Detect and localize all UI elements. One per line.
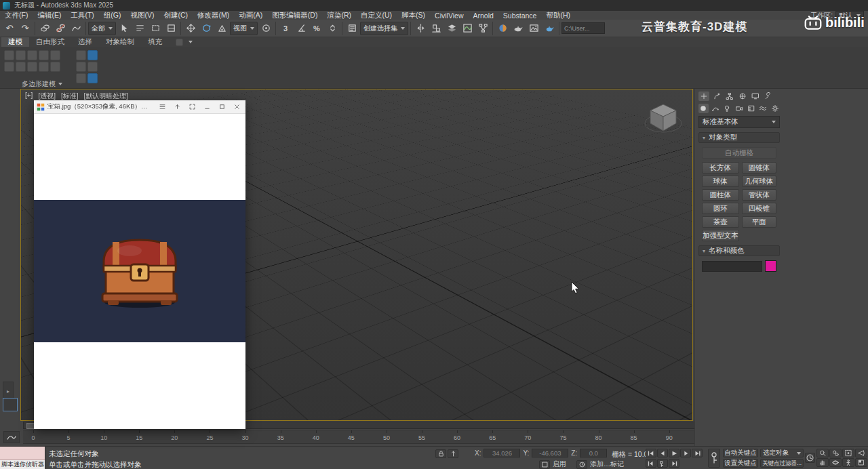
window-crossing-icon[interactable] — [163, 21, 178, 36]
menu-graph-editors[interactable]: 图形编辑器(D) — [267, 11, 322, 20]
polygon-modeling-icon-grid[interactable] — [4, 50, 60, 72]
menu-arnold[interactable]: Arnold — [468, 12, 498, 20]
material-editor-icon[interactable] — [495, 21, 510, 36]
select-scale-icon[interactable] — [214, 21, 229, 36]
menu-help[interactable]: 帮助(H) — [541, 11, 575, 20]
render-production-icon[interactable] — [542, 21, 557, 36]
pyramid-button[interactable]: 四棱锥 — [742, 203, 777, 214]
viewport-menu-standard[interactable]: [标准] — [61, 91, 79, 101]
play-animation-icon[interactable] — [669, 449, 679, 457]
z-coordinate-field[interactable]: 0.0 — [580, 449, 607, 457]
viewport-menu-general[interactable]: [+] — [25, 91, 33, 101]
ribbon-minimize-icon[interactable] — [189, 41, 193, 43]
ribbon-tab-populate[interactable]: 填充 — [141, 37, 169, 47]
mini-curve-editor-button[interactable] — [3, 431, 20, 443]
selection-region-icon[interactable] — [148, 21, 163, 36]
reference-coordsys-dropdown[interactable]: 视图 — [230, 22, 258, 35]
select-move-icon[interactable] — [183, 21, 198, 36]
maximize-viewport-icon[interactable] — [855, 458, 867, 467]
torus-button[interactable]: 圆环 — [702, 203, 739, 214]
select-rotate-icon[interactable] — [199, 21, 214, 36]
object-type-rollout[interactable]: ▾ 对象类型 — [698, 132, 780, 143]
set-keys-button[interactable] — [708, 449, 720, 468]
viewer-close-icon[interactable] — [231, 102, 243, 113]
ribbon-tab-freeform[interactable]: 自由形式 — [29, 37, 71, 47]
menu-animation[interactable]: 动画(A) — [234, 11, 267, 20]
cameras-category-icon[interactable] — [734, 104, 745, 113]
schematic-view-icon[interactable] — [475, 21, 490, 36]
shapes-category-icon[interactable] — [711, 104, 721, 113]
viewport-layout-tab[interactable] — [3, 398, 18, 411]
project-path-field[interactable]: C:\User... — [561, 22, 605, 34]
tube-button[interactable]: 管状体 — [742, 189, 777, 201]
select-by-name-icon[interactable] — [132, 21, 147, 36]
hierarchy-tab-icon[interactable] — [724, 91, 735, 101]
absolute-mode-icon[interactable] — [448, 449, 458, 458]
menu-rendering[interactable]: 渲染(R) — [322, 11, 356, 20]
motion-tab-icon[interactable] — [737, 91, 748, 101]
zoom-icon[interactable] — [816, 449, 829, 457]
angle-snap-icon[interactable] — [294, 21, 309, 36]
orbit-icon[interactable] — [829, 458, 842, 467]
viewer-open-icon[interactable] — [171, 102, 183, 113]
menu-substance[interactable]: Substance — [498, 12, 542, 20]
create-tab-icon[interactable] — [698, 91, 709, 101]
use-pivot-center-icon[interactable] — [258, 21, 273, 36]
textplus-button[interactable]: 加强型文本 — [702, 230, 739, 241]
go-to-start-icon[interactable] — [646, 449, 656, 457]
track-bar[interactable]: 0 5 10 15 20 25 30 35 40 45 50 55 60 65 … — [23, 430, 750, 444]
sphere-button[interactable]: 球体 — [702, 176, 739, 187]
selection-filter-dropdown[interactable]: 全部 — [88, 22, 116, 35]
geosphere-button[interactable]: 几何球体 — [742, 176, 777, 187]
menu-scripting[interactable]: 脚本(S) — [397, 11, 430, 20]
ribbon-section-label[interactable]: 多边形建模 — [22, 79, 62, 89]
object-color-swatch[interactable] — [765, 260, 776, 272]
ribbon-tab-modeling[interactable]: 建模 — [1, 37, 29, 47]
viewer-fullscreen-icon[interactable] — [186, 102, 198, 113]
percent-snap-icon[interactable]: % — [309, 21, 324, 36]
teapot-button[interactable]: 茶壶 — [702, 216, 739, 228]
unlink-selection-icon[interactable] — [53, 21, 68, 36]
named-selection-dropdown[interactable]: 创建选择集 — [360, 22, 408, 35]
bind-to-spacewarp-icon[interactable] — [68, 21, 83, 36]
x-coordinate-field[interactable]: 34.026 — [484, 449, 520, 457]
viewcube[interactable] — [642, 99, 684, 138]
selection-lock-icon[interactable] — [435, 449, 446, 458]
walk-through-icon[interactable] — [842, 458, 854, 467]
pan-view-icon[interactable] — [816, 458, 829, 467]
zoom-all-icon[interactable] — [829, 449, 842, 457]
cylinder-button[interactable]: 圆柱体 — [702, 189, 739, 201]
snaps-toggle-icon[interactable]: 3 — [278, 21, 293, 36]
systems-category-icon[interactable] — [770, 104, 780, 113]
viewer-maximize-icon[interactable] — [216, 102, 228, 113]
box-button[interactable]: 长方体 — [702, 162, 739, 174]
menu-edit[interactable]: 编辑(E) — [33, 11, 66, 20]
modify-tab-icon[interactable] — [711, 91, 722, 101]
render-setup-icon[interactable] — [511, 21, 526, 36]
image-viewer-window[interactable]: 宝箱.jpg（520×353像素, 46KB）… — [34, 100, 245, 429]
plane-button[interactable]: 平面 — [742, 216, 777, 228]
enable-toggle-icon[interactable] — [539, 460, 550, 469]
lights-category-icon[interactable] — [722, 104, 732, 113]
field-of-view-icon[interactable] — [855, 449, 867, 457]
viewport-menu-shading[interactable]: [默认明暗处理] — [84, 91, 129, 101]
add-time-tag[interactable]: 添加…标记 — [590, 460, 624, 469]
set-key-button[interactable]: 设置关键点 — [723, 459, 758, 468]
next-key-icon[interactable] — [669, 459, 679, 468]
auto-key-button[interactable]: 自动关键点 — [723, 449, 758, 457]
align-icon[interactable] — [429, 21, 443, 36]
ribbon-tab-object-paint[interactable]: 对象绘制 — [99, 37, 141, 47]
next-frame-icon[interactable] — [680, 449, 691, 457]
menu-file[interactable]: 文件(F) — [0, 11, 33, 20]
undo-button[interactable]: ↶ — [2, 21, 17, 36]
ribbon-tab-selection[interactable]: 选择 — [71, 37, 99, 47]
layer-manager-icon[interactable] — [444, 21, 459, 36]
geometry-category-icon[interactable] — [698, 104, 709, 113]
mirror-icon[interactable] — [413, 21, 428, 36]
display-tab-icon[interactable] — [750, 91, 761, 101]
listener-macro-area[interactable] — [0, 447, 45, 460]
modify-mode-icon-grid[interactable] — [76, 50, 98, 83]
edit-named-sets-icon[interactable] — [344, 21, 359, 36]
primitive-category-dropdown[interactable]: 标准基本体 — [698, 116, 780, 128]
key-mode-icon[interactable] — [657, 459, 668, 468]
